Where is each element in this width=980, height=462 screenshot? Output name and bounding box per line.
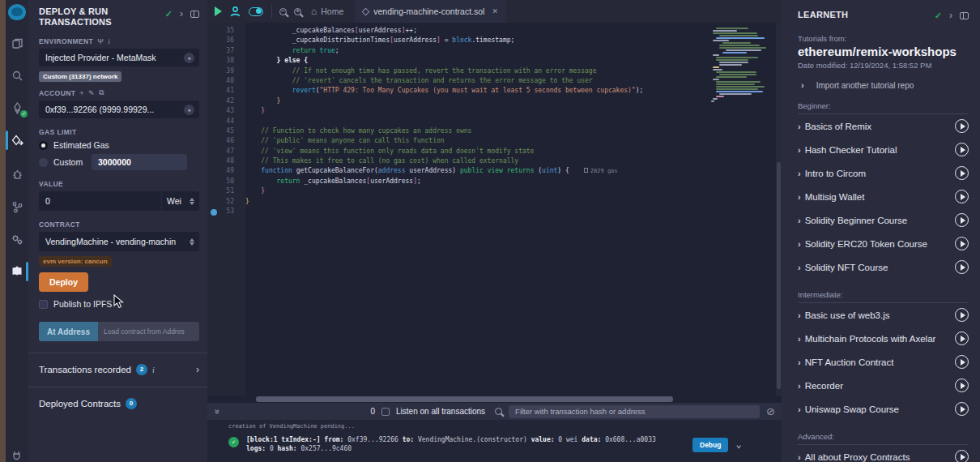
tutorial-item[interactable]: ›Basics of Remix xyxy=(798,114,969,138)
info-icon[interactable]: i xyxy=(108,37,110,45)
tutorial-item[interactable]: ›Basic use of web3.js xyxy=(798,303,969,327)
code-line[interactable]: 40 // 'revert' cancels the transaction a… xyxy=(207,76,782,86)
learneth-pin-icon[interactable] xyxy=(960,12,969,19)
code-line[interactable]: 52} xyxy=(207,197,782,207)
tutorial-play-icon[interactable] xyxy=(955,332,969,345)
at-address-input[interactable] xyxy=(98,322,199,341)
import-tutorial-repo[interactable]: › Import another tutorial repo xyxy=(798,80,969,90)
tutorial-expand-icon[interactable]: › xyxy=(798,310,801,320)
contract-select[interactable]: VendingMachine - vending-machin xyxy=(39,232,199,251)
publish-ipfs-checkbox[interactable] xyxy=(39,300,48,309)
line-number[interactable]: 41 xyxy=(207,86,245,96)
tutorial-play-icon[interactable] xyxy=(955,402,969,416)
value-input[interactable] xyxy=(39,191,161,211)
zoom-out-icon[interactable]: − xyxy=(279,8,287,15)
tutorial-item[interactable]: ›Multisig Wallet xyxy=(798,185,969,208)
deploy-run-icon[interactable] xyxy=(6,129,28,152)
copy-account-icon[interactable]: ⧉ xyxy=(99,88,104,97)
line-number[interactable]: 47 xyxy=(207,147,245,156)
solidity-compiler-icon[interactable]: ✓ xyxy=(6,96,28,119)
code-line[interactable]: 46 // 'public' means anyone can call thi… xyxy=(207,136,782,146)
line-number[interactable]: 46 xyxy=(207,136,245,146)
tutorial-expand-icon[interactable]: › xyxy=(798,452,801,462)
code-line[interactable]: 47 // 'view' means this function only re… xyxy=(207,147,782,156)
tutorial-item[interactable]: ›Solidity Beginner Course xyxy=(798,208,969,232)
account-settings-icon[interactable]: ● xyxy=(184,105,194,115)
account-select[interactable]: 0xf39...92266 (9999.99929... ● xyxy=(39,101,199,118)
line-number[interactable]: 39 xyxy=(207,66,245,76)
search-icon[interactable] xyxy=(6,64,28,87)
remix-logo-icon[interactable] xyxy=(8,4,26,20)
edit-account-icon[interactable]: ✎ xyxy=(88,89,95,97)
transactions-expand-icon[interactable]: › xyxy=(196,364,199,375)
terminal-filter-input[interactable] xyxy=(509,405,760,418)
publish-ipfs-option[interactable]: Publish to IPFS xyxy=(39,299,199,309)
home-tab[interactable]: ⌂ Home xyxy=(311,6,343,17)
settings-gears-icon[interactable] xyxy=(6,228,28,250)
tutorial-play-icon[interactable] xyxy=(955,166,969,180)
deploy-button[interactable]: Deploy xyxy=(39,272,88,292)
tutorial-item[interactable]: ›Solidity ERC20 Token Course xyxy=(798,232,969,255)
line-number[interactable]: 50 xyxy=(207,177,245,186)
custom-gas-input[interactable] xyxy=(92,154,187,170)
line-number[interactable]: 48 xyxy=(207,156,245,166)
tutorial-item[interactable]: ›All about Proxy Contracts xyxy=(798,445,969,462)
tutorial-item[interactable]: ›Uniswap Swap Course xyxy=(798,397,969,421)
line-number[interactable]: 52 xyxy=(207,197,245,207)
tutorial-expand-icon[interactable]: › xyxy=(798,122,801,131)
tutorial-expand-icon[interactable]: › xyxy=(798,381,801,391)
tutorial-play-icon[interactable] xyxy=(955,190,969,203)
tutorial-play-icon[interactable] xyxy=(955,213,969,227)
toggle-icon[interactable] xyxy=(249,7,263,16)
tutorial-item[interactable]: ›Intro to Circom xyxy=(798,161,969,185)
line-number[interactable]: 37 xyxy=(207,46,245,56)
learneth-chevron-icon[interactable]: › xyxy=(949,10,952,21)
tutorial-expand-icon[interactable]: › xyxy=(798,263,801,272)
tutorial-expand-icon[interactable]: › xyxy=(798,192,801,202)
add-account-icon[interactable]: + xyxy=(79,89,84,97)
tutorial-play-icon[interactable] xyxy=(955,119,969,133)
tab-vending-machine-contract[interactable]: vending-machine-contract.sol ✕ xyxy=(355,0,506,23)
code-line[interactable]: 42 } xyxy=(207,96,782,106)
code-line[interactable]: 37 return true; xyxy=(207,46,782,56)
tx-expand-chevron-icon[interactable]: ⌄ xyxy=(735,438,741,453)
tutorial-expand-icon[interactable]: › xyxy=(798,216,801,225)
terminal-collapse-icon[interactable]: « xyxy=(211,409,221,413)
code-line[interactable]: 41 revert("HTTP 429: Too Many Cupcakes (… xyxy=(207,86,782,96)
close-tab-icon[interactable]: ✕ xyxy=(492,7,498,15)
code-line[interactable]: 44 xyxy=(207,117,782,126)
tutorial-item[interactable]: ›Multichain Protocols with Axelar xyxy=(798,327,969,350)
tutorial-item[interactable]: ›Hash Checker Tutorial xyxy=(798,138,969,161)
code-line[interactable]: 36 _cupcakeDistributionTimes[userAddress… xyxy=(207,36,782,45)
listen-checkbox[interactable] xyxy=(381,408,390,416)
transactions-recorded-row[interactable]: Transactions recorded 2 i › xyxy=(39,364,199,375)
custom-gas-option[interactable]: Custom xyxy=(39,154,199,170)
code-line[interactable]: 50 return _cupcakeBalances[userAddress]; xyxy=(207,177,782,186)
line-number[interactable]: 40 xyxy=(207,76,245,86)
tutorial-play-icon[interactable] xyxy=(955,260,969,274)
zoom-in-icon[interactable]: + xyxy=(294,8,301,15)
code-line[interactable]: 49 function getCupcakeBalanceFor(address… xyxy=(207,166,782,176)
clear-terminal-icon[interactable]: ⊘ xyxy=(766,405,775,417)
custom-gas-radio[interactable] xyxy=(39,158,48,167)
tutorial-expand-icon[interactable]: › xyxy=(798,404,801,414)
debugger-icon[interactable] xyxy=(6,163,28,186)
run-script-icon[interactable] xyxy=(215,6,222,16)
tutorial-expand-icon[interactable]: › xyxy=(798,334,801,344)
git-icon[interactable] xyxy=(6,195,28,218)
line-number[interactable]: 51 xyxy=(207,186,245,196)
code-line[interactable]: 39 // If not enough time has passed, rev… xyxy=(207,66,782,76)
tutorial-play-icon[interactable] xyxy=(955,308,969,322)
tutorial-item[interactable]: ›Recorder xyxy=(798,374,969,397)
tutorial-expand-icon[interactable]: › xyxy=(798,357,801,367)
editor-horizontal-scrollbar[interactable] xyxy=(256,396,673,402)
tutorial-play-icon[interactable] xyxy=(955,450,969,462)
environment-settings-icon[interactable]: ● xyxy=(184,53,194,63)
deployed-contracts-row[interactable]: Deployed Contracts 0 xyxy=(39,398,199,409)
learneth-book-icon[interactable] xyxy=(6,260,28,283)
pin-panel-icon[interactable] xyxy=(190,11,199,18)
code-line[interactable]: 38 } else { xyxy=(207,56,782,66)
transaction-log-row[interactable]: ✓ [block:1 txIndex:-] from: 0xf39...9226… xyxy=(228,435,782,453)
transactions-info-icon[interactable]: i xyxy=(152,366,155,374)
line-number[interactable]: 49 xyxy=(207,166,245,176)
